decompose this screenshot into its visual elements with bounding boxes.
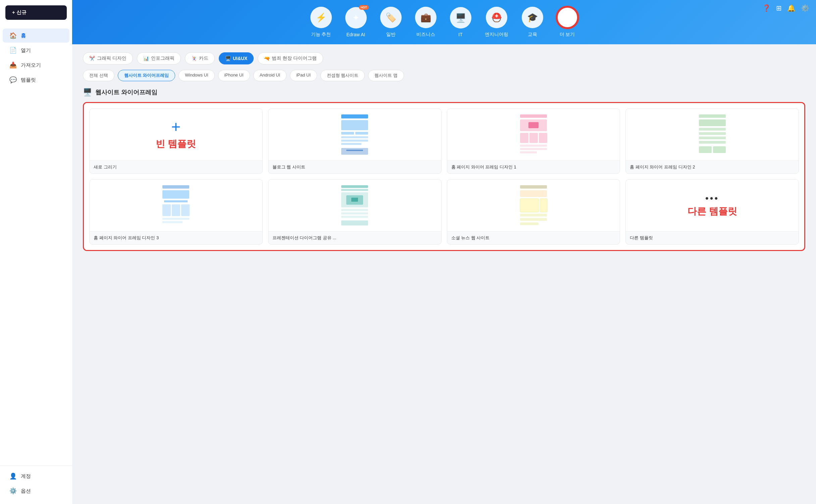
- filter-label-ui-ux: UI&UX: [233, 56, 248, 61]
- category-more[interactable]: ⊞더 보기: [557, 7, 578, 38]
- template-card-other[interactable]: •••다른 템플릿다른 템플릿: [625, 179, 799, 245]
- category-icon-it: 🖥️: [450, 7, 471, 29]
- home-icon: 🏠: [9, 32, 17, 39]
- sidebar-item-import[interactable]: 📥가져오기: [3, 58, 69, 72]
- bell-icon[interactable]: 🔔: [787, 4, 796, 12]
- svg-rect-16: [520, 148, 547, 150]
- other-dots: •••: [705, 193, 719, 204]
- header-icons: ❓ ⊞ 🔔 ⚙️: [762, 4, 809, 12]
- category-recommended[interactable]: ⚡기능 추천: [310, 7, 332, 38]
- category-engineering[interactable]: ⛑️엔지니어링: [485, 7, 508, 38]
- svg-rect-29: [162, 204, 171, 216]
- filter-label-infographic: 인포그래픽: [151, 55, 174, 61]
- category-business[interactable]: 💼비즈니스: [415, 7, 437, 38]
- sidebar-item-home[interactable]: 🏠홈: [3, 29, 69, 43]
- sub-filter-android-ui[interactable]: Android UI: [253, 70, 287, 81]
- sidebar-nav: 🏠홈📄열기📥가져오기💬템플릿: [0, 28, 72, 88]
- category-icon-education: 🎓: [522, 7, 543, 28]
- category-icon-more: ⊞: [557, 7, 578, 28]
- open-icon: 📄: [9, 47, 17, 54]
- template-card-home3[interactable]: 홈 페이지 와이어 프레임 디자인 3: [89, 179, 263, 245]
- sub-filter-ipad-ui[interactable]: iPad UI: [290, 70, 317, 81]
- sub-filter-iphone-ui[interactable]: iPhone UI: [218, 70, 250, 81]
- svg-rect-13: [529, 133, 538, 143]
- svg-rect-39: [341, 209, 368, 211]
- svg-rect-11: [528, 122, 539, 128]
- grid-icon[interactable]: ⊞: [776, 4, 782, 12]
- svg-rect-46: [540, 199, 547, 212]
- template-label-presentation: 프레젠테이션 다이어그램 공유 ...: [268, 232, 441, 244]
- template-card-blog[interactable]: 블로그 웹 사이트: [268, 108, 442, 174]
- svg-rect-12: [520, 133, 528, 143]
- main-content: ⚡기능 추천✦HOTEdraw AI🏷️일반💼비즈니스🖥️IT⛑️엔지니어링🎓교…: [72, 0, 816, 504]
- settings-icon[interactable]: ⚙️: [801, 4, 809, 12]
- section-title: 웹사이트 와이어프레임: [95, 88, 157, 96]
- svg-rect-47: [520, 214, 547, 216]
- sidebar-bottom-nav: 👤계정⚙️옵션: [0, 469, 72, 498]
- category-label-recommended: 기능 추천: [311, 32, 331, 38]
- template-thumb-presentation: [268, 180, 441, 232]
- sub-filter-windows-ui[interactable]: Windows UI: [178, 70, 214, 81]
- sub-filter-all[interactable]: 전체 선택: [83, 70, 114, 81]
- svg-rect-41: [341, 216, 368, 218]
- template-thumb-blank: +빈 템플릿: [90, 109, 262, 161]
- section-icon: 🖥️: [83, 88, 92, 97]
- template-thumb-home2: [626, 109, 799, 161]
- template-card-home1[interactable]: 홈 페이지 와이어 프레임 디자인 1: [447, 108, 620, 174]
- svg-rect-20: [699, 128, 726, 131]
- options-icon: ⚙️: [9, 487, 17, 495]
- category-education[interactable]: 🎓교육: [522, 7, 543, 38]
- settings-icon: 👤: [9, 472, 17, 480]
- template-card-blank[interactable]: +빈 템플릿새로 그리기: [89, 108, 263, 174]
- template-card-home2[interactable]: 홈 페이지 와이어 프레임 디자인 2: [625, 108, 799, 174]
- svg-rect-24: [699, 146, 712, 153]
- svg-rect-7: [341, 148, 368, 155]
- other-text: 다른 템플릿: [687, 205, 737, 218]
- svg-rect-23: [699, 141, 726, 144]
- filter-tag-card[interactable]: 🃏카드: [185, 52, 215, 64]
- filter-icon-ui-ux: 🖥️: [225, 56, 231, 61]
- section-header: 🖥️ 웹사이트 와이어프레임: [83, 88, 805, 97]
- svg-rect-9: [520, 114, 547, 118]
- help-icon[interactable]: ❓: [762, 4, 771, 12]
- svg-rect-3: [355, 132, 368, 135]
- sidebar-item-open[interactable]: 📄열기: [3, 43, 69, 57]
- svg-rect-0: [341, 114, 368, 118]
- template-card-social[interactable]: 소셜 뉴스 웹 사이트: [447, 179, 620, 245]
- category-edraw-ai[interactable]: ✦HOTEdraw AI: [345, 7, 367, 37]
- new-button[interactable]: + 신규: [5, 5, 67, 20]
- svg-rect-25: [713, 146, 726, 153]
- filter-tag-infographic[interactable]: 📊인포그래픽: [137, 52, 181, 64]
- sub-filter-website-wireframe[interactable]: 웹사이트 와이어프레임: [118, 70, 175, 81]
- category-icon-recommended: ⚡: [310, 7, 332, 28]
- svg-rect-22: [699, 137, 726, 139]
- sub-filter-website-map[interactable]: 웹사이트 맵: [368, 70, 404, 81]
- template-grid: +빈 템플릿새로 그리기 블로그 웹 사이트 홈 페이지 와이어 프레임 디자인…: [89, 108, 799, 245]
- sidebar-item-settings[interactable]: 👤계정: [3, 469, 69, 483]
- filter-tag-crime[interactable]: 🔫범죄 현장 다이어그램: [258, 52, 323, 64]
- filter-label-card: 카드: [199, 55, 208, 61]
- filter-icon-infographic: 📊: [143, 56, 149, 61]
- sidebar-item-label: 옵션: [21, 488, 31, 494]
- svg-rect-21: [699, 132, 726, 135]
- svg-rect-43: [520, 185, 547, 189]
- svg-rect-42: [341, 220, 368, 225]
- svg-rect-17: [520, 151, 537, 153]
- svg-rect-26: [162, 185, 189, 189]
- svg-rect-6: [341, 143, 361, 145]
- category-general[interactable]: 🏷️일반: [380, 7, 402, 38]
- sub-filter-concept-website[interactable]: 컨셉형 웹사이트: [320, 70, 365, 81]
- svg-rect-30: [172, 204, 180, 216]
- sidebar-item-options[interactable]: ⚙️옵션: [3, 484, 69, 498]
- svg-rect-49: [520, 222, 539, 225]
- template-card-presentation[interactable]: 프레젠테이션 다이어그램 공유 ...: [268, 179, 442, 245]
- filter-icon-card: 🃏: [191, 56, 197, 61]
- filter-tag-ui-ux[interactable]: 🖥️UI&UX: [219, 52, 254, 64]
- filter-tag-graphic[interactable]: ✂️그래픽 디자인: [83, 52, 133, 64]
- sidebar-item-templates[interactable]: 💬템플릿: [3, 73, 69, 87]
- sidebar-item-label: 계정: [21, 473, 31, 480]
- category-it[interactable]: 🖥️IT: [450, 7, 471, 37]
- sub-filter-row: 전체 선택웹사이트 와이어프레임Windows UIiPhone UIAndro…: [83, 70, 805, 81]
- svg-rect-32: [162, 218, 189, 220]
- category-icon-business: 💼: [415, 7, 437, 28]
